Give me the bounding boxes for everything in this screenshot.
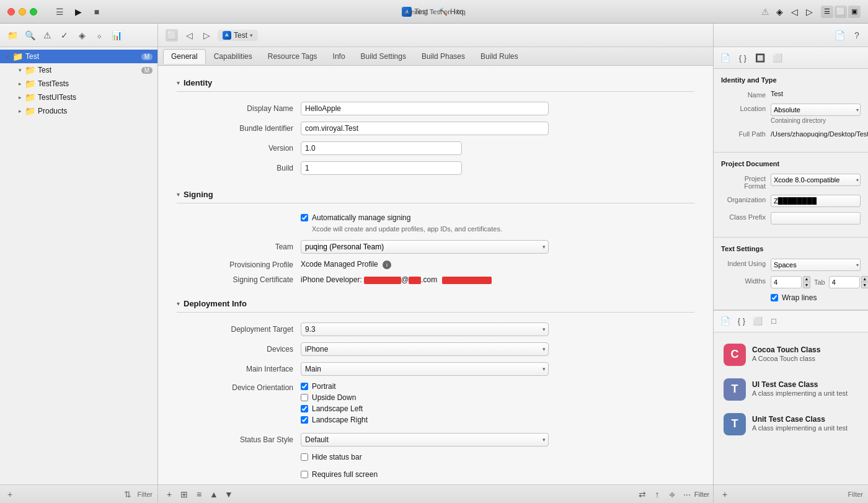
rp-file-btn[interactable]: 📄 [833,29,846,42]
sidebar-tool-search[interactable]: 🔍 [22,28,37,43]
up-btn[interactable]: ▲ [208,488,220,501]
upside-down-checkbox[interactable] [301,394,308,401]
rp-class-prefix-label: Class Prefix [721,212,771,221]
minimize-button[interactable] [19,8,26,16]
display-name-input[interactable] [301,102,549,115]
requires-full-screen-checkbox[interactable] [301,471,308,478]
stop-button[interactable]: ■ [89,4,104,19]
target-selector[interactable]: A Test ▾ [218,30,258,41]
navigator-toggle[interactable]: ☰ [821,6,833,18]
status-bar-select[interactable]: Default [301,433,549,447]
grid-btn[interactable]: ⊞ [178,488,190,501]
signing-collapse-arrow[interactable]: ▾ [177,191,180,198]
sort-button[interactable]: ⇅ [123,489,133,499]
rp-tab-quick-help-icon[interactable]: { } [736,51,750,65]
sidebar-item-products[interactable]: ▸ 📁 Products [0,104,157,118]
team-select[interactable]: puqing (Personal Team) [301,240,549,254]
sidebar-collapse-btn[interactable]: ⬜ [166,29,178,42]
wrap-lines-checkbox[interactable] [771,294,778,301]
sidebar-tool-folders[interactable]: 📁 [5,28,20,43]
sidebar-tool-reports[interactable]: 📊 [109,28,124,43]
tab-width-up[interactable]: ▲ [803,276,810,282]
sidebar-tool-breakpoints[interactable]: ⬦ [92,28,107,43]
tab-bar: General Capabilities Resource Tags Info … [158,47,713,66]
close-button[interactable] [7,8,15,16]
auto-manage-checkbox[interactable] [301,214,308,221]
sidebar-item-testtests[interactable]: ▸ 📁 TestTests [0,77,157,91]
deployment-target-select[interactable]: 9.3 [301,323,549,336]
main-layout: 📁 🔍 ⚠ ✓ ◈ ⬦ 📊 ▾ 📁 Test M ▾ 📁 Test M [0,24,868,503]
warnings-icon[interactable]: ⚠ [761,7,771,17]
rp-org-input[interactable] [771,195,861,207]
tab-build-settings[interactable]: Build Settings [353,50,414,63]
template-ui-test[interactable]: T UI Test Case Class A class implementin… [720,373,862,406]
link-btn[interactable]: ⎆ [666,488,678,501]
rp-indent-using-select[interactable]: Spaces [771,259,861,271]
sidebar-item-test[interactable]: ▾ 📁 Test M [0,63,157,77]
sidebar-item-test-root[interactable]: ▾ 📁 Test M [0,50,157,63]
rp-tab-icons: 📄 { } 🔲 ⬜ [714,47,868,69]
devices-select[interactable]: iPhone [301,342,549,356]
tab-general[interactable]: General [163,49,206,64]
move-btn[interactable]: ⇄ [636,488,649,501]
dots-btn[interactable]: ··· [681,488,693,501]
forward-icon[interactable]: ▷ [806,7,816,17]
add-file-button[interactable]: + [5,489,15,499]
breakpoints-icon[interactable]: ◈ [776,7,786,17]
rp-tab-file-icon[interactable]: 📄 [719,51,732,65]
build-input[interactable] [301,161,462,175]
landscape-right-checkbox[interactable] [301,416,308,424]
back-nav-btn[interactable]: ◁ [183,29,195,42]
sidebar-tool-tests[interactable]: ✓ [57,28,72,43]
tab-info[interactable]: Info [326,50,353,63]
rp-class-prefix-input[interactable] [771,212,861,225]
tab-width-down[interactable]: ▼ [803,282,810,288]
rp-tab-localization-icon[interactable]: ⬜ [771,51,784,65]
info-icon[interactable]: i [383,260,391,269]
rp-new-target-icon[interactable]: □ [767,314,781,328]
version-input[interactable] [301,141,462,155]
upside-down-label: Upside Down [312,393,356,402]
sidebar-toggle-btn[interactable]: ☰ [52,4,67,19]
template-cocoa-touch[interactable]: C Cocoa Touch Class A Cocoa Touch class [720,339,862,371]
down-btn[interactable]: ▼ [223,488,235,501]
status-bar-row: Status Bar Style Default ▾ [177,433,694,447]
bundle-id-input[interactable] [301,122,549,135]
forward-nav-btn[interactable]: ▷ [200,29,213,42]
deployment-collapse-arrow[interactable]: ▾ [177,300,180,307]
add-btn[interactable]: + [163,488,175,501]
identity-collapse-arrow[interactable]: ▾ [177,79,180,86]
run-button[interactable]: ▶ [71,4,86,19]
rp-project-format-select[interactable]: Xcode 8.0-compatible [771,174,861,186]
template-unit-test[interactable]: T Unit Test Case Class A class implement… [720,408,862,440]
sidebar-item-testuitests[interactable]: ▸ 📁 TestUITests [0,91,157,104]
tab-resource-tags[interactable]: Resource Tags [260,50,325,63]
debug-toggle[interactable]: ⬜ [835,6,847,18]
tab-build-rules[interactable]: Build Rules [473,50,526,63]
deployment-section: ▾ Deployment Info Deployment Target 9.3 … [177,299,694,481]
share-btn[interactable]: ↑ [651,488,663,501]
tab-capabilities[interactable]: Capabilities [206,50,260,63]
inspector-toggle[interactable]: ▣ [848,6,861,18]
maximize-button[interactable] [30,8,37,16]
rp-tab-identity-icon[interactable]: 🔲 [753,51,767,65]
rp-add-btn[interactable]: + [719,488,731,501]
tab-build-phases[interactable]: Build Phases [414,50,472,63]
rp-new-file-icon[interactable]: 📄 [719,314,732,328]
indent-width-down[interactable]: ▼ [861,282,868,288]
tab-width-input[interactable] [771,276,802,288]
sidebar-tool-debug[interactable]: ◈ [74,28,89,43]
rp-new-group-icon[interactable]: ⬜ [751,314,764,328]
rp-help-btn[interactable]: ? [851,29,863,42]
indent-width-input[interactable] [829,276,860,288]
rp-new-folder-icon[interactable]: { } [735,314,748,328]
landscape-left-checkbox[interactable] [301,405,308,412]
indent-width-up[interactable]: ▲ [861,276,868,282]
sidebar-tool-issues[interactable]: ⚠ [40,28,55,43]
main-interface-select[interactable]: Main [301,362,549,376]
portrait-checkbox[interactable] [301,383,308,390]
hide-status-bar-checkbox[interactable] [301,453,308,461]
back-icon[interactable]: ◁ [791,7,801,17]
bar-btn[interactable]: ≡ [193,488,205,501]
rp-location-select[interactable]: Absolute [771,104,861,116]
